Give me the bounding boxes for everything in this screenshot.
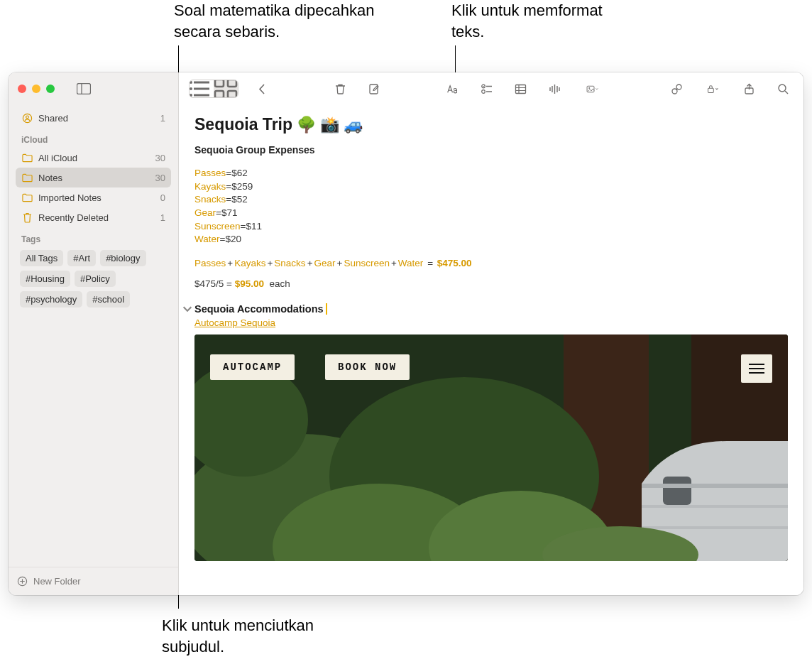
- expense-name: Kayaks: [194, 180, 226, 194]
- callout-format: Klik untuk memformat teks.: [451, 0, 608, 42]
- tag-item[interactable]: #Policy: [75, 271, 116, 287]
- expense-value: $62: [231, 167, 248, 180]
- link-button[interactable]: [666, 79, 687, 99]
- sum-var: Snacks: [274, 258, 305, 268]
- expense-name: Passes: [194, 167, 226, 180]
- svg-point-39: [779, 85, 786, 92]
- svg-rect-50: [642, 484, 788, 488]
- new-note-button[interactable]: [363, 79, 385, 99]
- delete-button[interactable]: [329, 79, 351, 99]
- sidebar-item-imported[interactable]: Imported Notes 0: [16, 187, 171, 207]
- expense-row: Water=$20: [194, 233, 788, 246]
- expenses-list: Passes=$62 Kayaks=$259 Snacks=$52 Gear=$…: [194, 167, 788, 246]
- app-window: Shared 1 iCloud All iCloud 30 Notes 30 I…: [9, 72, 803, 595]
- audio-button[interactable]: [544, 79, 565, 99]
- svg-rect-15: [215, 91, 224, 98]
- sum-var: Passes: [194, 258, 226, 268]
- table-button[interactable]: [510, 79, 531, 99]
- sidebar-item-label: Shared: [38, 113, 155, 124]
- checklist-button[interactable]: [476, 79, 497, 99]
- tag-item[interactable]: #psychology: [20, 291, 82, 308]
- svg-point-11: [190, 87, 192, 90]
- rich-link-preview[interactable]: AUTOCAMP BOOK NOW: [194, 334, 788, 561]
- svg-rect-49: [663, 477, 691, 505]
- preview-brand: AUTOCAMP: [210, 354, 295, 380]
- tag-item[interactable]: #school: [87, 291, 130, 308]
- expense-value: $11: [246, 220, 262, 234]
- expense-name: Gear: [194, 207, 216, 220]
- tag-item[interactable]: #biology: [100, 250, 146, 266]
- sidebar-item-all-icloud[interactable]: All iCloud 30: [16, 148, 171, 168]
- svg-point-3: [26, 115, 28, 118]
- sum-var: Water: [398, 258, 424, 268]
- back-button[interactable]: [251, 79, 273, 99]
- svg-point-32: [588, 87, 590, 89]
- tag-item[interactable]: #Art: [67, 250, 96, 266]
- folder-icon: [21, 153, 33, 163]
- tag-item[interactable]: All Tags: [20, 250, 63, 266]
- window-controls: [18, 85, 55, 93]
- close-button[interactable]: [18, 85, 26, 93]
- lock-button[interactable]: [700, 79, 725, 99]
- sidebar: Shared 1 iCloud All iCloud 30 Notes 30 I…: [9, 72, 179, 595]
- gallery-view-button[interactable]: [214, 80, 238, 97]
- expense-row: Sunscreen=$11: [194, 220, 788, 234]
- chevron-down-icon[interactable]: [182, 303, 193, 315]
- sidebar-item-deleted[interactable]: Recently Deleted 1: [16, 207, 171, 227]
- expense-name: Sunscreen: [194, 220, 241, 234]
- format-button[interactable]: [441, 79, 463, 99]
- preview-cta[interactable]: BOOK NOW: [325, 354, 410, 380]
- toolbar: [179, 72, 803, 105]
- sum-expression: Passes+Kayaks+Snacks+Gear+Sunscreen+Wate…: [194, 258, 788, 268]
- trash-icon: [21, 212, 33, 223]
- autocamp-link[interactable]: Autocamp Sequoia: [194, 317, 275, 328]
- per-person-line: $475/5 = $95.00 each: [194, 278, 788, 289]
- sidebar-item-notes[interactable]: Notes 30: [16, 168, 171, 187]
- svg-point-12: [190, 94, 192, 97]
- expense-value: $20: [225, 233, 241, 246]
- expense-row: Kayaks=$259: [194, 180, 788, 194]
- sidebar-item-label: Recently Deleted: [38, 212, 155, 223]
- search-button[interactable]: [772, 79, 794, 99]
- per-result: $95.00: [235, 278, 264, 289]
- hamburger-icon[interactable]: [741, 354, 772, 383]
- sidebar-section-tags: Tags: [16, 227, 171, 247]
- list-view-button[interactable]: [190, 80, 214, 97]
- svg-rect-51: [642, 505, 788, 508]
- sidebar-item-label: Notes: [38, 173, 150, 183]
- car-emoji: 🚙: [344, 116, 363, 134]
- svg-rect-16: [228, 91, 236, 98]
- text-cursor: [326, 303, 327, 315]
- note-title: Sequoia Trip 🌳 📸 🚙: [194, 115, 788, 134]
- collapsible-subheading[interactable]: Sequoia Accommodations: [182, 303, 788, 315]
- tree-emoji: 🌳: [297, 116, 316, 134]
- main-panel: Sequoia Trip 🌳 📸 🚙 Sequoia Group Expense…: [179, 72, 803, 595]
- expense-value: $71: [221, 207, 238, 220]
- share-button[interactable]: [738, 79, 759, 99]
- expense-value: $259: [231, 180, 253, 194]
- sidebar-item-shared[interactable]: Shared 1: [16, 108, 171, 128]
- media-button[interactable]: [578, 79, 606, 99]
- folder-icon: [21, 193, 33, 202]
- note-body[interactable]: Sequoia Trip 🌳 📸 🚙 Sequoia Group Expense…: [179, 105, 803, 595]
- new-folder-button[interactable]: New Folder: [9, 567, 178, 595]
- callout-collapse: Klik untuk menciutkan subjudul.: [162, 615, 375, 657]
- new-folder-label: New Folder: [33, 576, 80, 587]
- minimize-button[interactable]: [32, 85, 40, 93]
- titlebar: [9, 72, 178, 105]
- plus-circle-icon: [17, 576, 28, 587]
- tag-item[interactable]: #Housing: [20, 271, 70, 287]
- sidebar-item-label: All iCloud: [38, 153, 150, 163]
- sum-var: Kayaks: [234, 258, 265, 268]
- callout-math: Soal matematika dipecahkan secara sebari…: [174, 0, 408, 42]
- per-suffix: each: [270, 278, 290, 289]
- subheading-text: Sequoia Accommodations: [194, 303, 324, 315]
- sidebar-item-count: 30: [155, 173, 165, 183]
- expense-row: Passes=$62: [194, 167, 788, 180]
- svg-line-35: [676, 88, 677, 89]
- sidebar-toggle-button[interactable]: [74, 81, 94, 97]
- zoom-button[interactable]: [46, 85, 55, 93]
- folder-icon: [21, 173, 33, 183]
- sidebar-content: Shared 1 iCloud All iCloud 30 Notes 30 I…: [9, 105, 178, 567]
- shared-icon: [21, 113, 33, 124]
